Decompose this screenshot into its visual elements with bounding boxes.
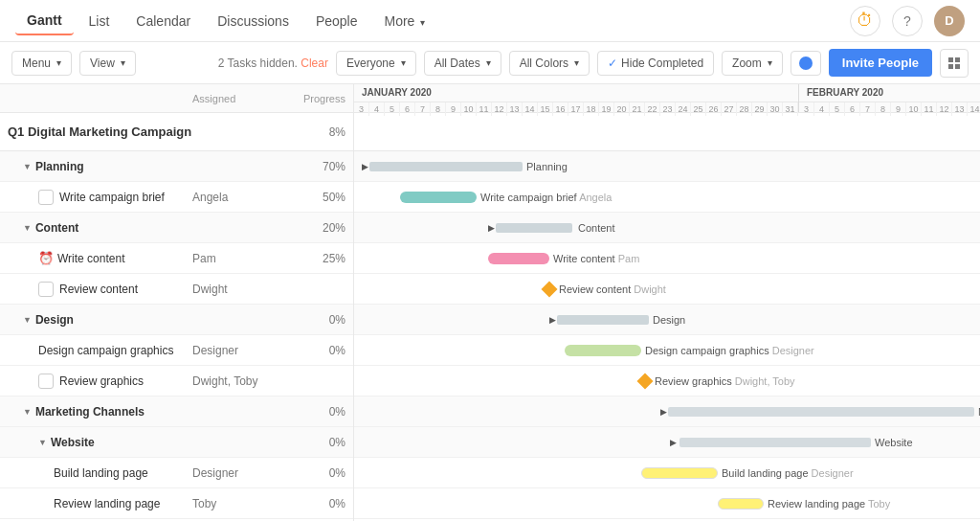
color-dot-icon bbox=[799, 57, 813, 70]
view-chevron-icon: ▾ bbox=[121, 57, 125, 68]
svg-rect-3 bbox=[955, 64, 960, 69]
group-website[interactable]: ▼ Website 0% bbox=[0, 427, 353, 458]
svg-rect-0 bbox=[948, 57, 953, 62]
tab-people[interactable]: People bbox=[304, 8, 369, 34]
tab-calendar[interactable]: Calendar bbox=[124, 8, 202, 34]
tab-more[interactable]: More ▾ bbox=[372, 8, 436, 34]
gantt-design-graphics-row: Design campaign graphics Designer bbox=[354, 335, 980, 366]
task-build-landing[interactable]: Build landing page Designer 0% bbox=[0, 458, 353, 488]
jan-days: 3 4 5 6 7 8 9 10 11 12 13 14 15 16 bbox=[354, 102, 798, 116]
zoom-btn[interactable]: Zoom ▾ bbox=[722, 51, 783, 76]
all-dates-btn[interactable]: All Dates ▾ bbox=[424, 51, 501, 76]
gantt-marketing-arrow: ▶ bbox=[660, 407, 667, 417]
gantt-content-bar bbox=[496, 223, 572, 233]
colors-chevron-icon: ▾ bbox=[574, 57, 579, 68]
left-panel: Assigned Progress Q1 Digital Marketing C… bbox=[0, 84, 354, 521]
gantt-review-graphics-label: Review graphics Dwight, Toby bbox=[655, 375, 795, 387]
gantt-panel[interactable]: JANUARY 2020 3 4 5 6 7 8 9 10 11 12 13 1… bbox=[354, 84, 980, 521]
gantt-write-content-label: Write content Pam bbox=[553, 253, 639, 264]
clock-task-icon: ⏰ bbox=[38, 251, 54, 265]
grid-view-icon-btn[interactable] bbox=[940, 49, 969, 78]
gantt-planning-label: Planning bbox=[526, 161, 568, 172]
gantt-review-landing-label: Review landing page Toby bbox=[768, 498, 890, 510]
nav-right: ⏱ ? D bbox=[850, 6, 965, 36]
task-checkbox[interactable] bbox=[38, 374, 54, 389]
tab-list[interactable]: List bbox=[78, 8, 122, 34]
task-review-graphics[interactable]: Review graphics Dwight, Toby bbox=[0, 366, 353, 396]
everyone-btn[interactable]: Everyone ▾ bbox=[336, 51, 416, 76]
column-headers: Assigned Progress bbox=[0, 84, 353, 113]
gantt-write-campaign-row: Write campaign brief Angela bbox=[354, 182, 980, 213]
clear-link[interactable]: Clear bbox=[301, 57, 328, 70]
gantt-header: JANUARY 2020 3 4 5 6 7 8 9 10 11 12 13 1… bbox=[354, 84, 980, 113]
group-content[interactable]: ▼ Content 20% bbox=[0, 213, 353, 243]
grid-icon bbox=[947, 57, 961, 70]
project-row: Q1 Digital Marketing Campaign 8% bbox=[0, 113, 353, 151]
project-name: Q1 Digital Marketing Campaign bbox=[8, 125, 288, 139]
gantt-review-landing-row: Review landing page Toby bbox=[354, 488, 980, 519]
gantt-write-content-bar bbox=[488, 253, 549, 264]
view-btn[interactable]: View ▾ bbox=[79, 51, 136, 76]
gantt-body: ▶ Planning Write campaign brief Angela ▶… bbox=[354, 113, 980, 521]
content-collapse-icon[interactable]: ▼ bbox=[23, 223, 32, 233]
clock-icon-btn[interactable]: ⏱ bbox=[850, 6, 880, 36]
task-write-content[interactable]: ⏰ Write content Pam 25% bbox=[0, 243, 353, 274]
task-checkbox[interactable] bbox=[38, 190, 54, 205]
planning-collapse-icon[interactable]: ▼ bbox=[23, 162, 32, 171]
gantt-review-content-row: Review content Dwight bbox=[354, 274, 980, 305]
gantt-website-group: ▶ Website bbox=[354, 427, 980, 458]
group-marketing-channels[interactable]: ▼ Marketing Channels 0% bbox=[0, 396, 353, 427]
gantt-design-label: Design bbox=[653, 314, 685, 326]
gantt-review-landing-bar bbox=[718, 498, 764, 510]
avatar[interactable]: D bbox=[934, 6, 965, 36]
gantt-marketing-group: ▶ Marketing Channels bbox=[354, 396, 980, 427]
jan-section: JANUARY 2020 3 4 5 6 7 8 9 10 11 12 13 1… bbox=[354, 84, 799, 112]
feb-section: FEBRUARY 2020 3 4 5 6 7 8 9 10 11 12 13 … bbox=[799, 84, 980, 112]
more-chevron-icon: ▾ bbox=[420, 17, 425, 28]
group-design[interactable]: ▼ Design 0% bbox=[0, 305, 353, 335]
gantt-planning-group: ▶ Planning bbox=[354, 151, 980, 182]
gantt-planning-bar bbox=[369, 162, 523, 171]
checkmark-icon: ✓ bbox=[608, 57, 617, 70]
group-planning[interactable]: ▼ Planning 70% bbox=[0, 151, 353, 182]
invite-people-button[interactable]: Invite People bbox=[829, 49, 932, 77]
svg-rect-1 bbox=[955, 57, 960, 62]
gantt-content-group: ▶ Content bbox=[354, 213, 980, 243]
gantt-review-graphics-row: Review graphics Dwight, Toby bbox=[354, 366, 980, 396]
menu-btn[interactable]: Menu ▾ bbox=[11, 51, 72, 76]
gantt-design-bar bbox=[557, 315, 649, 325]
gantt-design-graphics-label: Design campaign graphics Designer bbox=[645, 345, 814, 356]
website-collapse-icon[interactable]: ▼ bbox=[38, 438, 47, 447]
project-progress: 8% bbox=[288, 125, 345, 139]
gantt-build-landing-row: Build landing page Designer bbox=[354, 458, 980, 488]
task-review-content[interactable]: Review content Dwight bbox=[0, 274, 353, 305]
tasks-hidden-label: 2 Tasks hidden. Clear bbox=[218, 57, 328, 70]
gantt-review-content-label: Review content Dwight bbox=[559, 283, 666, 295]
gantt-review-graphics-diamond bbox=[637, 373, 654, 389]
task-review-landing[interactable]: Review landing page Toby 0% bbox=[0, 488, 353, 519]
color-swatch-btn[interactable] bbox=[791, 51, 821, 76]
gantt-write-campaign-bar bbox=[400, 192, 477, 203]
marketing-collapse-icon[interactable]: ▼ bbox=[23, 407, 32, 417]
main-area: Assigned Progress Q1 Digital Marketing C… bbox=[0, 84, 980, 521]
task-design-graphics[interactable]: Design campaign graphics Designer 0% bbox=[0, 335, 353, 366]
gantt-website-bar bbox=[679, 438, 871, 447]
hide-completed-btn[interactable]: ✓ Hide Completed bbox=[597, 51, 714, 76]
tab-gantt[interactable]: Gantt bbox=[15, 7, 74, 35]
gantt-design-graphics-bar bbox=[565, 345, 641, 356]
all-colors-btn[interactable]: All Colors ▾ bbox=[509, 51, 590, 76]
tab-discussions[interactable]: Discussions bbox=[206, 8, 301, 34]
task-write-campaign-brief[interactable]: Write campaign brief Angela 50% bbox=[0, 182, 353, 213]
gantt-website-arrow: ▶ bbox=[670, 438, 677, 447]
menu-chevron-icon: ▾ bbox=[56, 57, 61, 68]
help-icon-btn[interactable]: ? bbox=[892, 6, 923, 36]
assigned-header: Assigned bbox=[192, 93, 288, 104]
svg-rect-2 bbox=[948, 64, 953, 69]
jan-label: JANUARY 2020 bbox=[354, 84, 798, 102]
gantt-design-arrow: ▶ bbox=[549, 315, 556, 325]
feb-label: FEBRUARY 2020 bbox=[799, 84, 980, 102]
task-checkbox[interactable] bbox=[38, 282, 54, 297]
gantt-content-arrow: ▶ bbox=[488, 223, 495, 233]
design-collapse-icon[interactable]: ▼ bbox=[23, 315, 32, 325]
progress-header: Progress bbox=[288, 93, 345, 104]
